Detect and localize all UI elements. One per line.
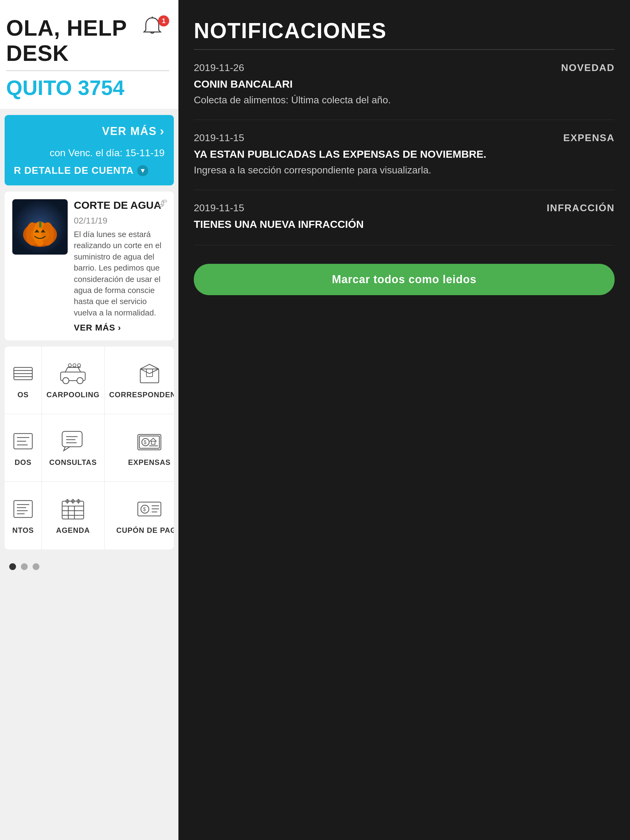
dos-icon <box>9 429 37 453</box>
notification-bell[interactable]: 1 <box>141 15 169 43</box>
news-content: CORTE DE AGUA 02/11/19 El día lunes se e… <box>74 199 166 333</box>
pagination-dot-3[interactable] <box>33 563 40 570</box>
arrow-right-icon: › <box>118 323 121 332</box>
carpooling-icon <box>59 361 87 386</box>
chevron-down-icon: ▾ <box>137 165 148 176</box>
notification-date-1: 2019-11-26 <box>194 62 244 74</box>
svg-line-22 <box>149 369 159 374</box>
os-icon <box>9 361 37 386</box>
svg-marker-36 <box>150 438 156 441</box>
detalle-cuenta[interactable]: R DETALLE DE CUENTA ▾ <box>14 165 165 176</box>
notification-meta-1: 2019-11-26 NOVEDAD <box>194 62 615 74</box>
svg-line-21 <box>140 369 149 374</box>
cupon-icon: $ <box>136 497 163 521</box>
grid-item-cupon[interactable]: $ CUPÓN DE PAGO <box>104 482 174 549</box>
menu-grid: OS <box>5 346 174 549</box>
svg-point-17 <box>68 364 71 367</box>
right-panel: NOTIFICACIONES 2019-11-26 NOVEDAD CONIN … <box>179 0 630 840</box>
grid-item-consultas[interactable]: CONSULTAS <box>42 414 104 482</box>
grid-item-dos[interactable]: DOS <box>5 414 42 482</box>
notification-item-1: 2019-11-26 NOVEDAD CONIN BANCALARI Colec… <box>194 62 615 120</box>
ver-mas-button[interactable]: VER MÁS › <box>14 124 165 138</box>
left-panel: OLA, HELP DESK QUITO 3754 1 VER MÁS › co… <box>0 0 179 840</box>
title-divider <box>6 70 169 71</box>
grid-item-expensas[interactable]: $ EXPENSAS <box>104 414 174 482</box>
svg-rect-44 <box>62 501 84 519</box>
ver-mas-link[interactable]: VER MÁS › <box>74 323 166 333</box>
notification-item-2: 2019-11-15 EXPENSA YA ESTAN PUBLICADAS L… <box>194 132 615 190</box>
news-title: CORTE DE AGUA <box>74 199 166 211</box>
notification-category-3: INFRACCIÓN <box>547 202 615 214</box>
notification-date-3: 2019-11-15 <box>194 202 244 214</box>
svg-rect-20 <box>140 369 159 383</box>
svg-rect-28 <box>62 431 82 447</box>
mark-all-button[interactable]: Marcar todos como leidos <box>194 264 615 295</box>
attachment-icon: 🖇 <box>158 198 168 209</box>
expensas-icon: $ <box>136 429 163 453</box>
bell-badge: 1 <box>158 15 169 27</box>
notification-item-3: 2019-11-15 INFRACCIÓN TIENES UNA NUEVA I… <box>194 202 615 245</box>
svg-text:$: $ <box>144 440 146 445</box>
svg-rect-39 <box>14 501 32 518</box>
grid-label-cupon: CUPÓN DE PAGO <box>116 526 174 535</box>
pagination-dot-2[interactable] <box>21 563 28 570</box>
notification-meta-2: 2019-11-15 EXPENSA <box>194 132 615 144</box>
svg-point-15 <box>63 377 69 384</box>
header-area: OLA, HELP DESK QUITO 3754 1 <box>0 0 179 109</box>
grid-label-os: OS <box>17 390 29 399</box>
vencimiento-text: con Venc. el día: 15-11-19 <box>14 147 165 159</box>
notification-message-2: Ingresa a la sección correspondiente par… <box>194 163 615 177</box>
pagination-dot-1[interactable] <box>9 563 16 570</box>
grid-item-agenda[interactable]: AGENDA <box>42 482 104 549</box>
grid-label-agenda: AGENDA <box>56 526 90 535</box>
grid-item-correspondencia[interactable]: CORRESPONDENCIA <box>104 346 174 414</box>
grid-label-correspondencia: CORRESPONDENCIA <box>109 390 174 399</box>
news-card: 🖇 <box>5 191 174 340</box>
svg-point-19 <box>78 364 81 367</box>
grid-label-ntos: NTOS <box>12 526 34 535</box>
svg-rect-37 <box>151 441 155 444</box>
consultas-icon <box>59 429 87 453</box>
arrow-icon: › <box>160 124 165 138</box>
notification-sender-2: YA ESTAN PUBLICADAS LAS EXPENSAS DE NOVI… <box>194 148 615 160</box>
grid-label-expensas: EXPENSAS <box>128 458 171 467</box>
news-body: El día lunes se estará realizando un cor… <box>74 229 166 318</box>
grid-item-ntos[interactable]: NTOS <box>5 482 42 549</box>
notification-message-1: Colecta de alimentos: Última colecta del… <box>194 93 615 107</box>
apartment-number: QUITO 3754 <box>6 76 169 99</box>
grid-item-carpooling[interactable]: CARPOOLING <box>42 346 104 414</box>
svg-rect-6 <box>39 221 41 227</box>
svg-text:$: $ <box>143 507 146 512</box>
news-image <box>12 199 68 254</box>
notification-sender-1: CONIN BANCALARI <box>194 78 615 90</box>
grid-container: OS <box>5 346 174 549</box>
news-date: 02/11/19 <box>74 216 166 226</box>
grid-label-dos: DOS <box>14 458 32 467</box>
svg-point-18 <box>73 364 76 367</box>
correspondencia-icon <box>136 361 163 386</box>
grid-label-consultas: CONSULTAS <box>49 458 97 467</box>
blue-card[interactable]: VER MÁS › con Venc. el día: 15-11-19 R D… <box>5 115 174 185</box>
notification-date-2: 2019-11-15 <box>194 132 244 144</box>
svg-point-16 <box>77 377 83 384</box>
svg-point-9 <box>31 229 49 241</box>
grid-label-carpooling: CARPOOLING <box>46 390 100 399</box>
notification-sender-3: TIENES UNA NUEVA INFRACCIÓN <box>194 218 615 230</box>
grid-item-os[interactable]: OS <box>5 346 42 414</box>
notification-category-2: EXPENSA <box>563 132 615 144</box>
notification-category-1: NOVEDAD <box>561 62 615 74</box>
ntos-icon <box>9 497 37 521</box>
agenda-icon <box>59 497 87 521</box>
notifications-title: NOTIFICACIONES <box>194 19 615 43</box>
notification-meta-3: 2019-11-15 INFRACCIÓN <box>194 202 615 214</box>
notifications-divider <box>194 49 615 50</box>
pagination <box>0 556 179 578</box>
